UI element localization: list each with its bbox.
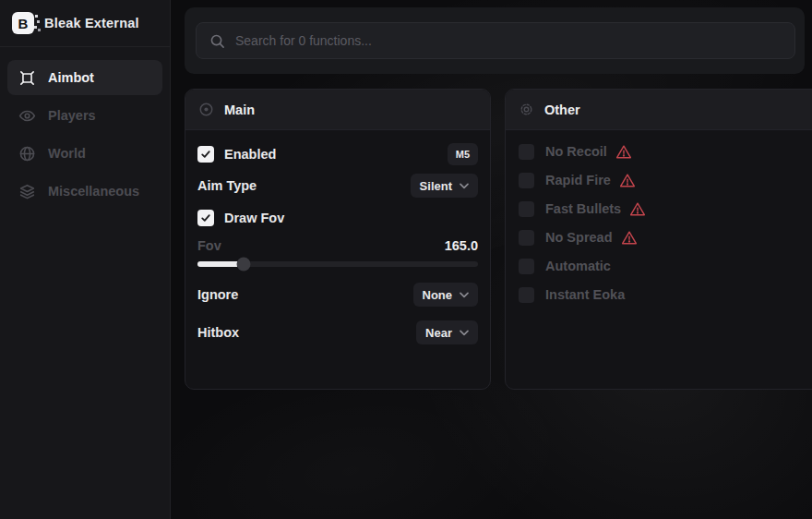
crosshair-icon — [18, 69, 36, 87]
target-icon — [198, 102, 214, 117]
layers-icon — [18, 183, 36, 200]
search-input[interactable] — [235, 33, 782, 48]
sidebar-nav: Aimbot Players World — [0, 47, 170, 222]
sidebar: B Bleak External Aimbot Players — [0, 0, 171, 519]
fov-slider[interactable] — [197, 261, 478, 267]
globe-icon — [18, 145, 36, 163]
main-panel-header: Main — [185, 90, 490, 130]
main-panel-body: Enabled M5 Aim Type Silent Draw Fov Fov … — [185, 130, 490, 389]
app-logo-icon: B — [12, 12, 34, 34]
ignore-value: None — [423, 288, 453, 302]
toggle-row-rapid-fire: Rapid Fire — [519, 172, 812, 188]
draw-fov-row: Draw Fov — [197, 210, 478, 226]
sidebar-header: B Bleak External — [0, 0, 170, 47]
draw-fov-checkbox[interactable] — [197, 210, 214, 226]
app-title: Bleak External — [44, 16, 139, 30]
fov-value: 165.0 — [445, 238, 478, 253]
no-recoil-checkbox[interactable] — [519, 144, 534, 160]
chevron-down-icon — [460, 183, 469, 189]
toggle-row-no-recoil: No Recoil — [519, 143, 812, 160]
warning-icon — [615, 144, 632, 160]
eye-icon — [18, 107, 36, 125]
main-panel-title: Main — [224, 103, 255, 117]
hitbox-dropdown[interactable]: Near — [416, 320, 478, 344]
search-box[interactable] — [196, 22, 795, 59]
no-spread-checkbox[interactable] — [519, 230, 534, 246]
aim-type-label: Aim Type — [197, 178, 257, 193]
keybind-badge[interactable]: M5 — [448, 143, 478, 165]
other-panel-body: No Recoil Rapid Fire Fast Bullets — [506, 130, 812, 303]
checkmark-icon — [200, 212, 211, 223]
sidebar-item-aimbot[interactable]: Aimbot — [7, 60, 162, 95]
warning-icon — [619, 173, 636, 188]
ignore-row: Ignore None — [197, 283, 478, 307]
warning-icon — [629, 201, 646, 217]
chevron-down-icon — [460, 292, 469, 298]
fast-bullets-label: Fast Bullets — [545, 201, 621, 216]
fov-label: Fov — [197, 238, 221, 253]
hitbox-row: Hitbox Near — [197, 320, 478, 344]
fov-slider-thumb[interactable] — [237, 258, 251, 272]
sidebar-item-players[interactable]: Players — [7, 98, 162, 133]
rapid-fire-label: Rapid Fire — [545, 173, 611, 187]
toggle-row-no-spread: No Spread — [519, 229, 812, 246]
rapid-fire-checkbox[interactable] — [519, 173, 534, 188]
draw-fov-label: Draw Fov — [224, 211, 284, 225]
aim-type-value: Silent — [420, 179, 452, 193]
sidebar-item-label: Aimbot — [48, 70, 94, 85]
ignore-label: Ignore — [197, 287, 238, 302]
ignore-dropdown[interactable]: None — [413, 283, 479, 307]
toggle-row-instant-eoka: Instant Eoka — [519, 286, 812, 303]
toggle-row-fast-bullets: Fast Bullets — [519, 200, 812, 217]
enabled-checkbox[interactable] — [197, 146, 214, 163]
no-recoil-label: No Recoil — [545, 144, 607, 159]
sidebar-item-world[interactable]: World — [7, 136, 162, 171]
sidebar-item-label: Players — [48, 108, 96, 123]
toggle-row-automatic: Automatic — [519, 258, 812, 274]
aim-type-dropdown[interactable]: Silent — [411, 174, 478, 198]
hitbox-value: Near — [425, 326, 452, 340]
enabled-row: Enabled M5 — [197, 141, 478, 167]
instant-eoka-checkbox[interactable] — [519, 287, 534, 303]
checkmark-icon — [200, 149, 211, 160]
other-panel-title: Other — [544, 103, 580, 117]
main-panel: Main Enabled M5 Aim Type Silent — [185, 89, 491, 390]
fast-bullets-checkbox[interactable] — [519, 201, 534, 217]
other-panel-header: Other — [506, 90, 812, 130]
automatic-checkbox[interactable] — [519, 259, 534, 274]
fov-row: Fov 165.0 — [197, 237, 478, 254]
automatic-label: Automatic — [545, 259, 611, 273]
gear-icon — [519, 102, 534, 117]
warning-icon — [621, 230, 638, 246]
chevron-down-icon — [460, 330, 469, 336]
no-spread-label: No Spread — [545, 230, 613, 245]
enabled-label: Enabled — [224, 147, 276, 162]
other-panel: Other No Recoil Rapid Fire Fast Bullets — [505, 89, 812, 390]
search-icon — [209, 33, 225, 49]
instant-eoka-label: Instant Eoka — [545, 287, 625, 302]
search-panel — [185, 7, 805, 74]
aim-type-row: Aim Type Silent — [197, 174, 478, 198]
sidebar-item-label: World — [48, 146, 86, 161]
sidebar-item-label: Miscellaneous — [48, 184, 139, 199]
sidebar-item-miscellaneous[interactable]: Miscellaneous — [7, 174, 162, 209]
hitbox-label: Hitbox — [197, 325, 239, 340]
